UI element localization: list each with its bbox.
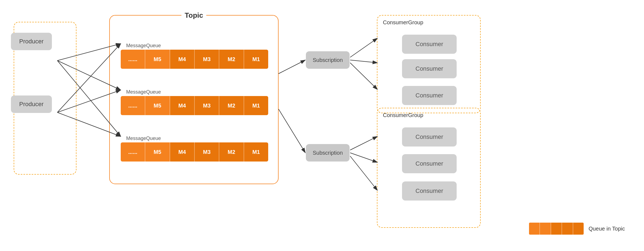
consumer-1-1: Consumer — [402, 35, 457, 54]
legend-cell-2 — [540, 223, 551, 235]
arrow-sub2-c1 — [350, 136, 377, 150]
mq-label-1: MessageQueue — [126, 43, 161, 49]
arrow-sub2-c3 — [350, 156, 377, 190]
consumer-2-3-label: Consumer — [415, 187, 443, 195]
topic-box: Topic MessageQueue ...... M5 M4 M3 M2 M1… — [109, 15, 279, 184]
cg-1-label: ConsumerGroup — [383, 19, 423, 26]
producer-1: Producer — [11, 33, 52, 50]
cell-m3-1: M3 — [195, 50, 219, 69]
legend-cell-3 — [551, 223, 562, 235]
legend-cell-1 — [529, 223, 540, 235]
legend-queue — [529, 223, 584, 235]
legend-cell-4 — [562, 223, 573, 235]
legend-cell-5 — [573, 223, 584, 235]
mq-label-2: MessageQueue — [126, 89, 161, 95]
consumer-2-1-label: Consumer — [415, 133, 443, 141]
cell-m4-3: M4 — [170, 142, 195, 162]
cell-m3-2: M3 — [195, 96, 219, 115]
cg-2-label: ConsumerGroup — [383, 112, 423, 118]
topic-label: Topic — [181, 11, 206, 20]
consumer-1-2: Consumer — [402, 59, 457, 78]
queue-row-3: ...... M5 M4 M3 M2 M1 — [121, 142, 268, 162]
consumer-2-3: Consumer — [402, 181, 457, 201]
legend-label: Queue in Topic — [589, 226, 625, 232]
producer-2-label: Producer — [19, 101, 43, 108]
arrow-sub1-c2 — [350, 60, 377, 63]
producer-2: Producer — [11, 95, 52, 113]
cell-m5-2: M5 — [145, 96, 170, 115]
diagram: Producer Producer Topic MessageQueue ...… — [0, 0, 644, 251]
consumer-group-2: ConsumerGroup Consumer Consumer Consumer — [377, 108, 481, 228]
queue-row-2: ...... M5 M4 M3 M2 M1 — [121, 96, 268, 115]
cell-dots-2: ...... — [121, 96, 145, 115]
consumer-1-3-label: Consumer — [415, 92, 443, 99]
consumer-1-1-label: Consumer — [415, 41, 443, 48]
arrow-sub1-c3 — [350, 63, 377, 89]
cell-m2-3: M2 — [219, 142, 244, 162]
cell-m3-3: M3 — [195, 142, 219, 162]
cell-m2-1: M2 — [219, 50, 244, 69]
legend: Queue in Topic — [529, 223, 625, 235]
cell-m2-2: M2 — [219, 96, 244, 115]
cell-m5-1: M5 — [145, 50, 170, 69]
consumer-1-2-label: Consumer — [415, 65, 443, 72]
arrow-sub1-c1 — [350, 38, 377, 57]
cell-m4-1: M4 — [170, 50, 195, 69]
arrow-sub2-c2 — [350, 153, 377, 162]
cell-dots-3: ...... — [121, 142, 145, 162]
consumer-2-1: Consumer — [402, 127, 457, 147]
cell-m1-3: M1 — [244, 142, 268, 162]
subscription-2: Subscription — [306, 144, 350, 162]
cell-m1-1: M1 — [244, 50, 268, 69]
cell-m4-2: M4 — [170, 96, 195, 115]
subscription-1-label: Subscription — [313, 57, 343, 63]
subscription-1: Subscription — [306, 51, 350, 69]
cell-m1-2: M1 — [244, 96, 268, 115]
consumer-1-3: Consumer — [402, 86, 457, 105]
producer-1-label: Producer — [19, 38, 43, 45]
cell-m5-3: M5 — [145, 142, 170, 162]
mq-label-3: MessageQueue — [126, 136, 161, 141]
consumer-group-1: ConsumerGroup Consumer Consumer Consumer — [377, 15, 481, 113]
queue-row-1: ...... M5 M4 M3 M2 M1 — [121, 50, 268, 69]
arrow-topic-sub2 — [279, 109, 305, 153]
subscription-2-label: Subscription — [313, 150, 343, 156]
arrows-overlay — [0, 0, 644, 251]
cell-dots-1: ...... — [121, 50, 145, 69]
consumer-2-2-label: Consumer — [415, 160, 443, 167]
arrow-topic-sub1 — [279, 60, 305, 74]
consumer-2-2: Consumer — [402, 154, 457, 173]
